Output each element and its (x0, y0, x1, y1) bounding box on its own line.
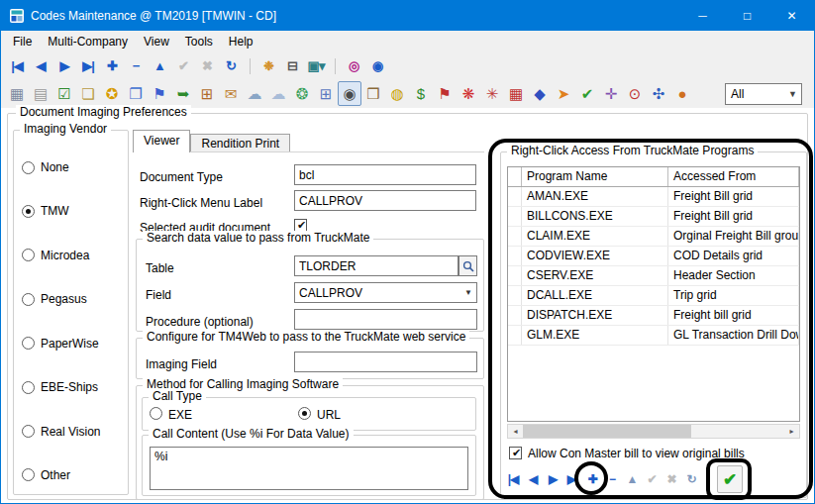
flag-red-button[interactable]: ⚑ (433, 81, 457, 106)
maximize-button[interactable]: □ (725, 1, 769, 31)
insert-record-button[interactable]: ✚ (100, 54, 124, 77)
scrollbar-track[interactable] (523, 425, 784, 438)
next-record-button[interactable]: ▶ (52, 54, 76, 77)
pegasus-vendor-option[interactable]: Pegasus (22, 292, 126, 306)
accessed-from-header[interactable]: Accessed From (668, 167, 799, 186)
program-row[interactable]: DCALL.EXE Trip grid (508, 286, 799, 306)
post-edit-button[interactable]: ✔ (171, 54, 195, 77)
plug-button[interactable]: ✛ (599, 81, 623, 106)
mail-button[interactable]: ✉ (219, 81, 243, 106)
grid-cancel-button[interactable]: ✖ (662, 467, 681, 491)
table-lookup-button[interactable] (458, 255, 477, 276)
program-row[interactable]: GLM.EXE GL Transaction Drill Down F (508, 326, 799, 346)
notes-button[interactable]: ▤ (29, 81, 52, 106)
schedule-grid-button[interactable]: ⊞ (314, 81, 338, 106)
field-combo[interactable]: CALLPROV ▼ (294, 282, 477, 303)
checklist-button[interactable]: ☑ (52, 81, 76, 106)
file-menu[interactable]: File (5, 32, 40, 51)
close-button[interactable]: ✕ (769, 1, 814, 31)
currency-globe-button[interactable]: ❂ (290, 81, 314, 106)
scroll-document-button[interactable]: ❏ (76, 81, 100, 106)
turn-arrow-button[interactable]: ➤ (552, 81, 575, 106)
title-bar[interactable]: Codes Maintenance @ TM2019 [TMWIN - CD] … (1, 1, 814, 31)
rendition-print-tab[interactable]: Rendition Print (190, 134, 290, 152)
program-row[interactable]: BILLCONS.EXE Freight Bill grid (508, 207, 799, 227)
exe-radio[interactable] (150, 407, 162, 420)
grid-red-button[interactable]: ▦ (504, 81, 528, 106)
allow-con-master-checkbox[interactable] (509, 447, 522, 459)
currency-button[interactable]: $ (409, 81, 433, 106)
viewer-tab[interactable]: Viewer (133, 130, 190, 152)
coins-button[interactable]: ◍ (385, 81, 409, 106)
ebe-ships-vendor-option[interactable]: EBE-Ships (22, 380, 126, 394)
call-content-input[interactable]: %i (150, 447, 468, 490)
none-vendor-option[interactable]: None (22, 160, 126, 174)
grid-refresh-button[interactable]: ↻ (681, 467, 701, 491)
cargo-button[interactable]: ⊞ (195, 81, 219, 106)
prior-record-button[interactable]: ◀ (29, 54, 52, 77)
orb-button[interactable]: ● (670, 81, 694, 106)
screen-view-button[interactable]: ▣▾ (304, 54, 328, 77)
menu-label-input[interactable] (294, 190, 476, 211)
badge-button[interactable]: ✪ (100, 81, 124, 106)
print-button[interactable]: ⊟ (280, 54, 304, 77)
document-type-input[interactable] (294, 164, 476, 185)
multi-company-menu[interactable]: Multi-Company (40, 32, 136, 51)
grid-insert-button[interactable]: ✚ (582, 467, 602, 491)
network-button[interactable]: ✳ (480, 81, 504, 106)
approve-button[interactable]: ✔ (575, 81, 599, 106)
burst-button[interactable]: ❋ (457, 81, 480, 106)
procedure-input[interactable] (294, 309, 477, 330)
url-radio[interactable] (298, 407, 311, 420)
truck-export-button[interactable]: ➥ (171, 81, 195, 106)
audit-seal-button[interactable]: ❉ (256, 54, 280, 77)
scroll-right-button[interactable]: ▸ (784, 425, 799, 438)
program-row[interactable]: AMAN.EXE Freight Bill grid (508, 187, 799, 207)
paperwise-vendor-option[interactable]: PaperWise (22, 337, 126, 351)
grid-edit-button[interactable]: ▲ (622, 467, 642, 491)
grid-prior-button[interactable]: ◀ (523, 467, 543, 491)
scroll-left-button[interactable]: ◂ (508, 425, 523, 438)
apply-changes-button[interactable]: ✔ (717, 465, 743, 493)
ledger-button[interactable]: ❒ (361, 81, 385, 106)
scrollbar-thumb[interactable] (523, 425, 691, 438)
refresh-button[interactable]: ↻ (219, 54, 243, 77)
flag-blue-button[interactable]: ⚑ (148, 81, 171, 106)
help-menu[interactable]: Help (221, 32, 261, 51)
microdea-vendor-option[interactable]: Microdea (22, 249, 126, 262)
worksheet-button[interactable]: ▦ (5, 81, 29, 106)
cloud-button[interactable]: ☁ (243, 81, 266, 106)
program-name-header[interactable]: Program Name (522, 167, 668, 186)
horizontal-scrollbar[interactable]: ◂ ▸ (507, 424, 800, 439)
car-button[interactable]: ⊙ (623, 81, 647, 106)
cancel-edit-button[interactable]: ✖ (195, 54, 219, 77)
cloud-sync-button[interactable]: ☁ (266, 81, 290, 106)
last-record-button[interactable]: ▶| (76, 54, 100, 77)
tmw-vendor-option[interactable]: TMW (22, 204, 126, 218)
program-row[interactable]: CODVIEW.EXE COD Details grid (508, 247, 799, 266)
minimize-button[interactable]: ─ (680, 1, 725, 31)
grid-first-button[interactable]: |◀ (503, 467, 523, 491)
program-row[interactable]: DISPATCH.EXE Freight bill grid (508, 306, 799, 326)
grid-delete-button[interactable]: − (602, 467, 622, 491)
grid-post-button[interactable]: ✔ (642, 467, 662, 491)
copy-button[interactable]: ❐ (124, 81, 148, 106)
real-vision-vendor-option[interactable]: Real Vision (22, 425, 126, 439)
codes-filter-combo[interactable]: All ▼ (725, 83, 802, 105)
support-ring-button[interactable]: ◎ (342, 54, 365, 77)
first-record-button[interactable]: |◀ (5, 54, 29, 77)
program-row[interactable]: CLAIM.EXE Orginal Freight Bill group b (508, 227, 799, 247)
tools-menu[interactable]: Tools (177, 32, 221, 51)
view-menu[interactable]: View (136, 32, 177, 51)
other-vendor-option[interactable]: Other (22, 468, 126, 482)
imaging-field-input[interactable] (294, 352, 477, 372)
propeller-button[interactable]: ✣ (647, 81, 670, 106)
delete-record-button[interactable]: − (124, 54, 148, 77)
document-imaging-button[interactable]: ◉ (338, 81, 361, 106)
grid-last-button[interactable]: ▶| (562, 467, 582, 491)
program-row[interactable]: CSERV.EXE Header Section (508, 266, 799, 286)
edit-record-button[interactable]: ▲ (148, 54, 171, 77)
info-button[interactable]: ◉ (365, 54, 389, 77)
grid-next-button[interactable]: ▶ (543, 467, 562, 491)
table-input[interactable] (294, 255, 458, 276)
